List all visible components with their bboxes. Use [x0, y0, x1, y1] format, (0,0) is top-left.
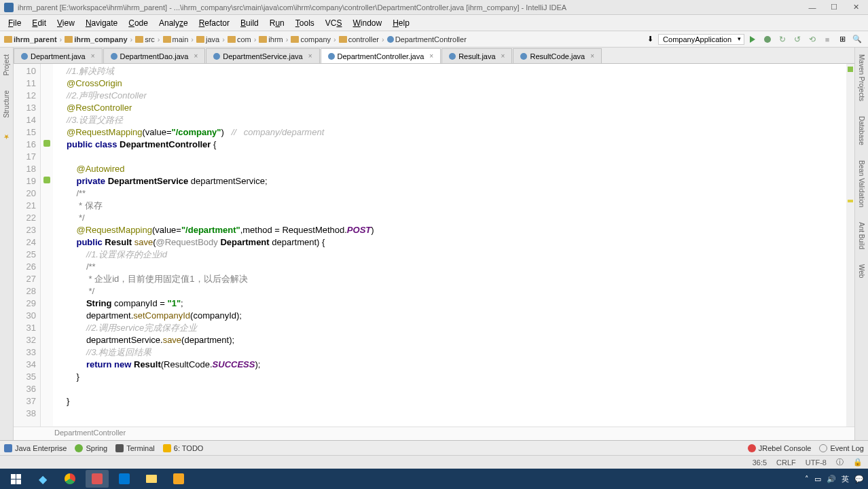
menu-file[interactable]: FFileile: [3, 17, 26, 29]
debug-button[interactable]: [761, 33, 774, 46]
class-icon: [21, 53, 28, 60]
jrebel-run-button[interactable]: ↻: [776, 33, 789, 46]
tray-notification-icon[interactable]: 💬: [854, 475, 864, 484]
breadcrumb-item[interactable]: controller: [339, 35, 379, 43]
breadcrumb-item[interactable]: ihrm: [259, 35, 283, 43]
menu-vcs[interactable]: VCS: [320, 17, 348, 29]
breadcrumb-item[interactable]: company: [291, 35, 331, 43]
tool-maven[interactable]: Maven Projects: [856, 50, 867, 105]
menu-run[interactable]: Run: [264, 17, 290, 29]
context-info-icon[interactable]: ⓘ: [836, 457, 844, 467]
windows-icon: [11, 474, 21, 484]
menu-tools[interactable]: Tools: [290, 17, 320, 29]
close-button[interactable]: ✕: [848, 2, 864, 13]
folder-icon: [65, 36, 73, 43]
tray-ime[interactable]: 英: [842, 474, 849, 484]
caret-position[interactable]: 36:5: [753, 458, 767, 467]
line-separator[interactable]: CRLF: [776, 458, 796, 467]
taskbar-chrome[interactable]: [58, 470, 82, 488]
menu-navigate[interactable]: Navigate: [80, 17, 123, 29]
tab-department[interactable]: Department.java×: [14, 48, 103, 63]
rocket-icon: ↺: [794, 35, 801, 44]
maximize-button[interactable]: ☐: [826, 2, 842, 13]
breadcrumb-item[interactable]: main: [163, 35, 189, 43]
tool-spring[interactable]: Spring: [75, 444, 107, 452]
folder-icon: [228, 36, 236, 43]
menu-help[interactable]: Help: [387, 17, 415, 29]
code-content[interactable]: //1.解决跨域@CrossOrigin//2.声明restContoller@…: [53, 64, 846, 427]
close-icon[interactable]: ×: [429, 52, 433, 60]
breadcrumb-item[interactable]: src: [135, 35, 155, 43]
tool-jrebel-console[interactable]: JRebel Console: [748, 444, 812, 452]
jrebel-update-button[interactable]: ⟲: [806, 33, 819, 46]
tab-departmentservice[interactable]: DepartmentService.java×: [206, 48, 319, 63]
taskbar-app[interactable]: ◆: [31, 470, 54, 488]
editor-breadcrumb[interactable]: DepartmentController: [14, 427, 854, 440]
folder-icon: [4, 36, 12, 43]
gutter-marks: [41, 64, 53, 427]
run-button[interactable]: [746, 33, 759, 46]
spring-icon: [75, 444, 83, 452]
menu-analyze[interactable]: Analyze: [153, 17, 194, 29]
tool-bean-validation[interactable]: Bean Validation: [856, 156, 867, 211]
titlebar: ihrm_parent [E:\workspace\ihrm\ihrm_pare…: [0, 0, 868, 15]
tab-result[interactable]: Result.java×: [441, 48, 512, 63]
search-button[interactable]: 🔍: [850, 33, 864, 46]
menu-code[interactable]: Code: [123, 17, 153, 29]
minimize-button[interactable]: —: [804, 2, 820, 13]
system-tray[interactable]: ˄ ▭ 🔊 英 💬: [805, 474, 864, 484]
tab-resultcode[interactable]: ResultCode.java×: [513, 48, 602, 63]
tool-web[interactable]: Web: [856, 260, 867, 282]
breadcrumb-class[interactable]: DepartmentController: [387, 35, 467, 43]
taskbar-explorer[interactable]: [140, 470, 163, 488]
tool-ant[interactable]: Ant Build: [856, 218, 867, 253]
tray-network-icon[interactable]: ▭: [814, 475, 821, 484]
menu-build[interactable]: Build: [235, 17, 264, 29]
breadcrumb-item[interactable]: java: [196, 35, 219, 43]
start-button[interactable]: [4, 470, 27, 488]
tool-terminal[interactable]: Terminal: [115, 444, 155, 452]
build-button[interactable]: ⬇: [643, 33, 657, 46]
close-icon[interactable]: ×: [590, 52, 594, 60]
tray-volume-icon[interactable]: 🔊: [827, 475, 836, 484]
menu-edit[interactable]: Edit: [26, 17, 52, 29]
tab-departmentcontroller[interactable]: DepartmentController.java×: [321, 48, 441, 63]
close-icon[interactable]: ×: [194, 52, 198, 60]
menu-refactor[interactable]: Refactor: [194, 17, 235, 29]
taskbar-app2[interactable]: [167, 470, 190, 488]
tool-structure[interactable]: Structure: [1, 86, 12, 122]
project-structure-button[interactable]: ⊞: [835, 33, 849, 46]
tool-java-enterprise[interactable]: Java Enterprise: [4, 444, 67, 452]
close-icon[interactable]: ×: [308, 52, 312, 60]
menu-window[interactable]: Window: [347, 17, 387, 29]
window-title: ihrm_parent [E:\workspace\ihrm\ihrm_pare…: [18, 3, 804, 12]
tab-departmentdao[interactable]: DepartmentDao.java×: [103, 48, 206, 63]
intellij-icon: [92, 473, 103, 484]
tray-chevron-icon[interactable]: ˄: [805, 475, 809, 484]
code-editor[interactable]: 1011121314151617181920212223242526272829…: [14, 64, 854, 427]
rocket-icon: ↻: [779, 35, 786, 44]
taskbar-vscode[interactable]: [113, 470, 136, 488]
error-stripe[interactable]: [846, 64, 854, 427]
tool-favorites[interactable]: ★: [1, 129, 12, 145]
breadcrumb-root[interactable]: ihrm_parent: [4, 35, 57, 43]
tool-database[interactable]: Database: [856, 112, 867, 149]
stop-button[interactable]: ■: [820, 33, 834, 46]
warning-marker[interactable]: [848, 200, 853, 202]
tool-event-log[interactable]: Event Log: [819, 444, 864, 452]
encoding[interactable]: UTF-8: [806, 458, 827, 467]
breadcrumb-item[interactable]: ihrm_company: [65, 35, 127, 43]
jrebel-debug-button[interactable]: ↺: [791, 33, 804, 46]
class-icon: [111, 53, 117, 60]
taskbar-intellij[interactable]: [86, 470, 109, 488]
class-icon: [449, 53, 456, 60]
breadcrumb-item[interactable]: com: [228, 35, 251, 43]
close-icon[interactable]: ×: [91, 52, 95, 60]
menu-view[interactable]: View: [52, 17, 80, 29]
readonly-lock-icon[interactable]: 🔒: [853, 458, 863, 467]
run-config-select[interactable]: CompanyApplication: [658, 34, 744, 45]
close-icon[interactable]: ×: [501, 52, 505, 60]
bug-icon: [764, 36, 771, 43]
tool-todo[interactable]: 6: TODO: [163, 444, 204, 452]
tool-project[interactable]: Project: [1, 50, 12, 79]
